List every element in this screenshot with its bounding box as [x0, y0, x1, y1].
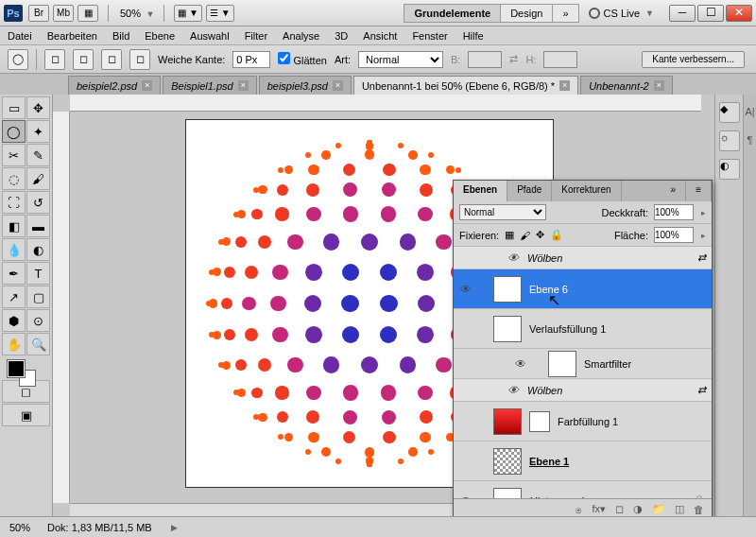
- menu-help[interactable]: Hilfe: [463, 30, 484, 42]
- lock-position-icon[interactable]: ✥: [536, 229, 544, 241]
- menu-view[interactable]: Ansicht: [363, 30, 397, 42]
- tool-pen[interactable]: ✒: [2, 262, 26, 285]
- tool-marquee-rect[interactable]: ▭: [2, 96, 26, 119]
- layer-row[interactable]: 👁Hintergrund🔒: [454, 481, 712, 498]
- visibility-icon[interactable]: [459, 415, 472, 428]
- tool-preset[interactable]: ◯: [8, 49, 28, 70]
- new-layer-icon[interactable]: ◫: [675, 503, 684, 515]
- tool-marquee-ellipse[interactable]: ◯: [2, 120, 26, 143]
- layer-row[interactable]: 👁Ebene 6: [454, 269, 712, 309]
- workspace-more[interactable]: »: [552, 4, 578, 23]
- view-extras-button[interactable]: ▦ ▼: [174, 5, 202, 22]
- panel-icon-styles[interactable]: ◐: [719, 159, 740, 180]
- tool-3dcam[interactable]: ⊙: [26, 309, 50, 332]
- tool-3d[interactable]: ⬢: [2, 309, 26, 332]
- minibridge-button[interactable]: Mb: [53, 5, 74, 22]
- layer-row[interactable]: 👁Wölben⇄: [454, 247, 712, 269]
- tool-history[interactable]: ↺: [26, 191, 50, 214]
- visibility-icon[interactable]: [459, 322, 472, 336]
- tool-blur[interactable]: 💧: [2, 238, 26, 261]
- tool-screenmode[interactable]: ▣: [2, 404, 50, 426]
- tool-zoom[interactable]: 🔍: [26, 333, 50, 355]
- cs-live[interactable]: CS Live▼: [589, 8, 654, 19]
- fill-input[interactable]: [654, 227, 694, 243]
- tool-eyedropper[interactable]: ✎: [26, 144, 50, 166]
- minimize-button[interactable]: ─: [669, 5, 696, 22]
- filter-toggle-icon[interactable]: ⇄: [697, 251, 706, 264]
- document-tab[interactable]: beispiel2.psd×: [68, 76, 161, 95]
- tab-paths[interactable]: Pfade: [507, 181, 552, 201]
- feather-input[interactable]: [232, 51, 270, 68]
- mask-icon[interactable]: ◻: [615, 503, 624, 515]
- tool-shape[interactable]: ▢: [26, 286, 50, 308]
- refine-edge-button[interactable]: Kante verbessern...: [642, 51, 745, 68]
- layer-row[interactable]: Farbfüllung 1: [454, 402, 712, 442]
- antialias-check[interactable]: Glätten: [278, 52, 327, 66]
- tool-hand[interactable]: ✋: [2, 333, 26, 355]
- tool-crop[interactable]: ✂: [2, 144, 26, 166]
- lock-pixels-icon[interactable]: 🖌: [520, 230, 530, 241]
- tab-close-icon[interactable]: ×: [654, 80, 664, 91]
- visibility-icon[interactable]: 👁: [459, 283, 472, 296]
- menu-filter[interactable]: Filter: [245, 30, 267, 42]
- link-layers-icon[interactable]: ⍟: [576, 504, 582, 515]
- status-zoom[interactable]: 50%: [9, 522, 30, 533]
- tab-close-icon[interactable]: ×: [238, 80, 249, 91]
- tab-corrections[interactable]: Korrekturen: [552, 181, 621, 201]
- marquee-add[interactable]: ◻: [73, 49, 94, 70]
- tab-layers[interactable]: Ebenen: [454, 181, 507, 201]
- tool-stamp[interactable]: ⛶: [2, 191, 26, 214]
- document-tab[interactable]: Unbenannt-2×: [580, 76, 673, 95]
- tab-close-icon[interactable]: ×: [142, 80, 152, 91]
- visibility-icon[interactable]: 👁: [514, 357, 527, 371]
- lock-all-icon[interactable]: 🔒: [550, 229, 563, 241]
- document-tab[interactable]: beispiel3.psd×: [259, 76, 352, 95]
- paragraph-icon[interactable]: ¶: [747, 134, 753, 146]
- blend-mode-select[interactable]: Normal: [459, 204, 546, 220]
- panel-more-icon[interactable]: »: [662, 181, 687, 201]
- panel-icon-adjust[interactable]: ☼: [719, 130, 740, 151]
- opacity-input[interactable]: [654, 204, 694, 220]
- layer-row[interactable]: Ebene 1: [454, 442, 712, 481]
- typography-icon[interactable]: A|: [745, 106, 754, 117]
- lock-transparency-icon[interactable]: ▦: [505, 229, 514, 241]
- tool-dodge[interactable]: ◐: [26, 238, 50, 261]
- panel-icon-layers[interactable]: ◆: [719, 102, 740, 123]
- status-doc[interactable]: Dok: 1,83 MB/11,5 MB: [47, 522, 152, 533]
- tool-move[interactable]: ✥: [26, 96, 50, 119]
- tool-path[interactable]: ↗: [2, 286, 26, 308]
- document-tab[interactable]: Beispiel1.psd×: [163, 76, 256, 95]
- document-tab[interactable]: Unbenannt-1 bei 50% (Ebene 6, RGB/8) *×: [353, 76, 578, 95]
- zoom-level[interactable]: 50% ▼: [120, 7, 154, 20]
- layer-row[interactable]: Verlaufsfüllung 1: [454, 309, 712, 349]
- marquee-new[interactable]: ◻: [44, 49, 65, 70]
- marquee-sub[interactable]: ◻: [101, 49, 122, 70]
- visibility-icon[interactable]: 👁: [507, 384, 520, 397]
- menu-window[interactable]: Fenster: [412, 30, 447, 42]
- delete-icon[interactable]: 🗑: [694, 504, 704, 515]
- menu-edit[interactable]: Bearbeiten: [47, 30, 97, 42]
- tool-type[interactable]: T: [26, 262, 50, 285]
- style-select[interactable]: Normal: [358, 51, 443, 68]
- tool-brush[interactable]: 🖌: [26, 167, 50, 190]
- layer-row[interactable]: 👁Wölben⇄: [454, 379, 712, 402]
- menu-file[interactable]: Datei: [8, 30, 32, 42]
- panel-menu-icon[interactable]: ≡: [686, 181, 712, 201]
- fx-icon[interactable]: fx▾: [592, 503, 606, 515]
- menu-select[interactable]: Auswahl: [190, 30, 230, 42]
- menu-image[interactable]: Bild: [112, 30, 129, 42]
- tool-heal[interactable]: ◌: [2, 167, 26, 190]
- maximize-button[interactable]: ☐: [697, 5, 724, 22]
- visibility-icon[interactable]: 👁: [507, 251, 520, 265]
- close-button[interactable]: ✕: [726, 5, 752, 22]
- group-icon[interactable]: 📁: [652, 503, 665, 515]
- workspace-design[interactable]: Design: [500, 4, 553, 23]
- adjustment-icon[interactable]: ◑: [633, 503, 643, 515]
- tab-close-icon[interactable]: ×: [559, 80, 570, 91]
- tool-eraser[interactable]: ◧: [2, 215, 26, 237]
- marquee-int[interactable]: ◻: [129, 49, 150, 70]
- visibility-icon[interactable]: [459, 455, 472, 468]
- menu-layer[interactable]: Ebene: [145, 30, 175, 42]
- tool-wand[interactable]: ✦: [26, 120, 50, 143]
- tab-close-icon[interactable]: ×: [333, 80, 343, 91]
